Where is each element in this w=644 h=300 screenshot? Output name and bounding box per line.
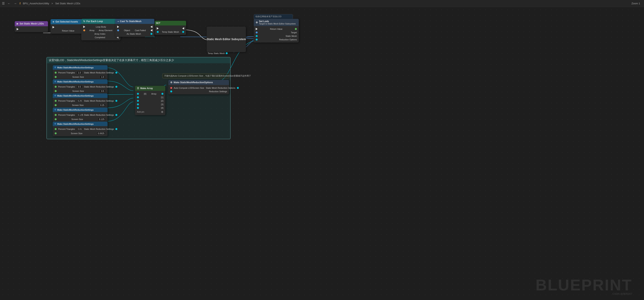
reduction-options-row: Reduction Options — [254, 38, 299, 41]
array-index-row: Array Index — [81, 32, 120, 36]
reduction-title-0: Make StaticMeshReductionSettings — [57, 66, 94, 69]
node-header-reduction-options: ⚙ Make StaticMeshReductionOptions — [168, 80, 229, 85]
object-label: Object — [124, 29, 130, 31]
array-item-label-1: [1] — [161, 96, 164, 98]
screen-size-value-2[interactable]: 0.25 — [99, 104, 106, 107]
node-title-set: SET — [156, 22, 160, 24]
node-for-each-loop[interactable]: ↻ For Each Loop Loop Body Array Array El… — [81, 19, 120, 40]
screen-size-pin-2 — [55, 104, 56, 106]
screen-size-row-4: Screen Size 0.0625 — [53, 131, 108, 135]
add-pin-icon[interactable]: ⊕ — [161, 110, 164, 113]
reduction-icon-3: ⚙ — [54, 108, 56, 111]
reduction-node-2[interactable]: ⚙ Make StaticMeshReductionSettings Perce… — [53, 93, 108, 108]
reduction-node-3[interactable]: ⚙ Make StaticMeshReductionSettings Perce… — [53, 107, 108, 122]
loop-body-label: Loop Body — [96, 26, 106, 28]
node-body-for-each: Loop Body Array Array Element Array Inde… — [81, 24, 120, 40]
reduction-icon-2: ⚙ — [54, 94, 56, 97]
static-mesh-reduction-options-pin — [237, 87, 239, 89]
cast-failed-label: Cast Failed — [135, 29, 146, 31]
screen-size-value-1[interactable]: 0.5 — [100, 89, 106, 93]
array-out-pin — [162, 93, 164, 95]
pct-tri-value-1[interactable]: 0.5 — [76, 85, 82, 88]
pct-tri-value-3[interactable]: 0.125 — [76, 113, 82, 116]
reduction-body-1: Percent Triangles 0.5 Static Mesh Reduct… — [53, 84, 108, 94]
return-value-label: Return Value — [62, 29, 74, 32]
as-static-mesh-pin — [150, 33, 152, 35]
breadcrumb-root: BPU_AssetActionUtility — [23, 2, 49, 5]
pct-tri-pin-3 — [55, 114, 56, 116]
as-static-mesh-row: As Static Mesh — [115, 32, 154, 36]
reduction-node-1[interactable]: ⚙ Make StaticMeshReductionSettings Perce… — [53, 79, 108, 94]
entry-exec-row — [15, 27, 48, 31]
pct-tri-value-0[interactable]: 1.0 — [76, 71, 82, 74]
target-label: Target — [291, 31, 297, 34]
for-each-icon: ↻ — [83, 20, 85, 23]
reduction-title-2: Make StaticMeshReductionSettings — [57, 95, 94, 97]
as-static-mesh-label: As Static Mesh — [126, 33, 141, 35]
node-subsystem[interactable]: Static Mesh Editor Subsystem — [207, 27, 246, 52]
screen-size-pin-1 — [55, 90, 56, 92]
pct-tri-value-4[interactable]: 0.01 — [76, 127, 82, 131]
array-item-1: [1] — [135, 96, 165, 99]
target-row: Target — [254, 31, 299, 34]
array-pin-0 — [137, 93, 139, 95]
static-mesh-label: Static Mesh — [286, 35, 297, 37]
screen-size-value-4[interactable]: 0.0625 — [96, 132, 106, 135]
node-cast-static-mesh[interactable]: ⇢ Cast To StaticMesh Object Cast Failed … — [115, 19, 154, 37]
nav-buttons: ← → — [6, 1, 18, 6]
breadcrumb: BPU_AssetActionUtility > Set Static Mesh… — [22, 2, 81, 5]
node-header-entry: ▶ Set Static Mesh LODs — [15, 21, 48, 26]
screen-size-label-2: Screen Size — [72, 104, 84, 106]
menu-icon[interactable]: ☰ — [2, 1, 5, 5]
exec-row-set — [155, 27, 186, 30]
node-title-for-each: For Each Loop — [86, 20, 103, 23]
node-make-reduction-options[interactable]: ⚙ Make StaticMeshReductionOptions Auto C… — [168, 80, 229, 94]
output-label-0: Static Mesh Reduction Settings — [84, 71, 114, 74]
screen-size-value-3[interactable]: 0.125 — [98, 118, 106, 121]
node-set[interactable]: SET Temp Static Mesh — [155, 21, 186, 35]
forward-button[interactable]: → — [12, 1, 18, 6]
add-pin-row[interactable]: Add pin ⊕ — [135, 110, 165, 114]
output-label-1: Static Mesh Reduction Settings — [84, 86, 114, 88]
array-item-label-0: [0] — [144, 93, 146, 95]
exec-in-for-each — [83, 26, 85, 28]
screen-size-row-1: Screen Size 0.5 — [53, 89, 108, 93]
node-title-cast: Cast To StaticMesh — [120, 20, 142, 23]
node-set-static-mesh-lods[interactable]: ▶ Set Static Mesh LODs — [15, 21, 48, 32]
array-item-label-4: [4] — [161, 107, 164, 109]
node-title-reduction-options: Make StaticMeshReductionOptions — [174, 81, 213, 84]
screen-size-value-0[interactable]: 1.0 — [100, 75, 106, 78]
node-title-make-array: Make Array — [140, 87, 153, 90]
pct-tri-label-0: Percent Triangles — [58, 71, 75, 74]
node-make-array[interactable]: ☰ Make Array [0] Array [1] [2] — [135, 86, 165, 115]
breadcrumb-current: Set Static Mesh LODs — [55, 2, 80, 5]
node-set-lods[interactable]: ⚙ Set Lods Target is Static Mesh Editor … — [254, 19, 299, 42]
output-pin-2 — [116, 100, 117, 102]
reduction-header-0: ⚙ Make StaticMeshReductionSettings — [53, 65, 108, 70]
back-button[interactable]: ← — [6, 1, 12, 6]
reduction-settings-label: Reduction Settings — [209, 90, 227, 93]
static-mesh-row: Static Mesh — [254, 34, 299, 38]
watermark-sub: CSDN @海利007 — [612, 292, 632, 296]
output-label-2: Static Mesh Reduction Settings — [84, 100, 114, 102]
reduction-title-1: Make StaticMeshReductionSettings — [57, 80, 94, 83]
comment-text-main: 设置5级LOD，StaticMeshReductionSettings变量值决定… — [49, 58, 174, 62]
array-element-label: Array Element — [99, 29, 112, 31]
pct-tri-row-3: Percent Triangles 0.125 Static Mesh Redu… — [53, 113, 108, 117]
pct-tri-value-2[interactable]: 0.25 — [76, 99, 82, 102]
add-pin-label[interactable]: Add pin — [137, 111, 144, 113]
output-pin-0 — [116, 72, 117, 74]
temp-mesh-subsystem-label: Temp Static Mesh — [208, 52, 225, 54]
screen-size-pin-4 — [55, 132, 56, 134]
watermark: BLUEPRINT — [536, 276, 632, 294]
reduction-body-3: Percent Triangles 0.125 Static Mesh Redu… — [53, 112, 108, 122]
output-pin-4 — [116, 128, 117, 130]
reduction-title-3: Make StaticMeshReductionSettings — [57, 109, 94, 111]
make-array-icon: ☰ — [137, 87, 139, 90]
array-item-2: [2] — [135, 99, 165, 103]
reduction-node-0[interactable]: ⚙ Make StaticMeshReductionSettings Perce… — [53, 65, 108, 80]
auto-compute-pin — [170, 87, 172, 89]
node-body-entry — [15, 26, 48, 32]
reduction-node-4[interactable]: ⚙ Make StaticMeshReductionSettings Perce… — [53, 122, 108, 136]
pct-tri-row-1: Percent Triangles 0.5 Static Mesh Reduct… — [53, 85, 108, 89]
